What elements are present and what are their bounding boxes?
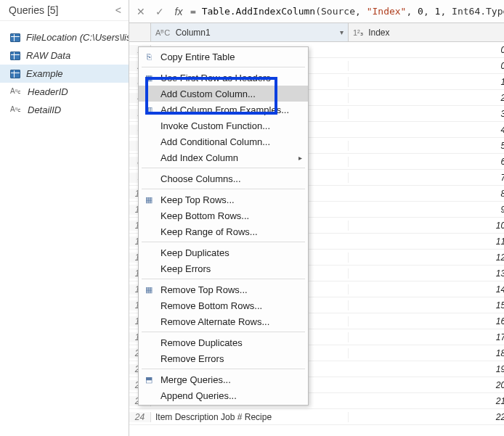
menu-separator [142,279,305,279]
cell-index[interactable]: 5 [349,141,504,151]
menu-item-label: Add Conditional Column... [160,136,270,147]
menu-item-choose-columns[interactable]: Choose Columns... [139,170,308,186]
menu-item-add-conditional-column[interactable]: Add Conditional Column... [139,133,308,149]
menu-separator [142,168,305,168]
queries-header: Queries [5] < [0,0,129,21]
cell-index[interactable]: 4 [349,125,504,135]
menu-item-label: Merge Queries... [160,374,231,385]
cell-index[interactable]: 6 [349,157,504,167]
menu-item-remove-errors[interactable]: Remove Errors [139,350,308,366]
cell-index[interactable]: 21 [349,396,504,406]
cell-index[interactable]: 18 [349,348,504,358]
fx-icon[interactable]: fx [171,6,186,17]
cell-index[interactable]: 2 [349,93,504,103]
column1-type-icon: AᴮC [155,28,170,37]
cell-index[interactable]: 0 [349,45,504,55]
table-icon [10,70,20,78]
query-item-label: HeaderID [28,86,68,97]
table-icon [10,33,20,42]
menu-item-label: Remove Duplicates [160,337,243,348]
menu-item-use-first-row-headers[interactable]: ▦Use First Row as Headers [139,70,308,86]
menu-item-add-index-column[interactable]: Add Index Column▸ [139,149,308,165]
menu-item-label: Keep Bottom Rows... [160,210,249,221]
abc-icon [10,105,22,115]
query-item-0[interactable]: FileLocation (C:\Users\lisde... [0,28,129,46]
query-item-3[interactable]: HeaderID [0,83,129,101]
formula-bar: ✕ ✓ fx = Table.AddIndexColumn(Source, "I… [129,0,504,23]
column-headers: AᴮC Column1 ▾ 1²₃ Index ▾ [129,23,504,42]
table-icon [10,52,20,60]
column-header-index[interactable]: 1²₃ Index ▾ [349,23,504,41]
menu-separator [142,369,305,369]
cell-index[interactable]: 14 [349,284,504,295]
menu-item-invoke-custom-function[interactable]: Invoke Custom Function... [139,118,308,133]
menu-item-merge-queries[interactable]: ⬒Merge Queries... [139,371,308,387]
query-item-label: RAW Data [26,50,70,61]
use-first-row-headers-icon: ▦ [143,72,155,83]
column1-name: Column1 [176,28,211,38]
abc-icon [10,87,22,97]
cell-index[interactable]: 22 [349,412,504,422]
queries-panel: Queries [5] < FileLocation (C:\Users\lis… [0,0,129,436]
query-item-4[interactable]: DetailID [0,101,129,119]
menu-item-append-queries[interactable]: Append Queries... [139,387,308,403]
cell-index[interactable]: 7 [349,173,504,183]
cell-index[interactable]: 12 [349,252,504,263]
menu-item-label: Use First Row as Headers [160,73,271,83]
keep-top-rows-icon: ▦ [143,194,155,205]
cell-index[interactable]: 8 [349,189,504,199]
submenu-arrow-icon: ▸ [298,154,302,162]
menu-item-remove-top-rows[interactable]: ▦Remove Top Rows... [139,281,308,297]
cell-index[interactable]: 11 [349,236,504,247]
query-item-label: Example [26,68,63,79]
merge-queries-icon: ⬒ [143,374,155,385]
formula-cancel-button[interactable]: ✕ [134,6,148,17]
context-menu: ⎘Copy Entire Table▦Use First Row as Head… [138,46,309,406]
cell-index[interactable]: 20 [349,380,504,390]
cell-index[interactable]: 0 [349,61,504,71]
cell-index[interactable]: 1 [349,77,504,87]
remove-top-rows-icon: ▦ [143,284,155,295]
menu-item-remove-bottom-rows[interactable]: Remove Bottom Rows... [139,297,308,313]
cell-index[interactable]: 16 [349,316,504,326]
menu-item-add-column-from-examples[interactable]: ▥Add Column From Examples... [139,102,308,118]
index-type-icon: 1²₃ [353,28,363,37]
query-item-2[interactable]: Example [0,65,129,83]
menu-item-label: Append Queries... [160,390,237,401]
index-name: Index [368,28,389,38]
cell-index[interactable]: 10 [349,221,504,231]
formula-confirm-button[interactable]: ✓ [153,6,167,17]
query-item-label: FileLocation (C:\Users\lisde... [26,32,129,43]
menu-item-label: Remove Errors [160,353,224,364]
cell-index[interactable]: 3 [349,109,504,119]
cell-index[interactable]: 13 [349,268,504,279]
cell-index[interactable]: 15 [349,300,504,310]
menu-separator [142,242,305,242]
cell-column1[interactable]: Item Description Job # Recipe [151,412,349,422]
menu-item-remove-duplicates[interactable]: Remove Duplicates [139,334,308,350]
menu-item-add-custom-column[interactable]: Add Custom Column... [139,86,308,102]
menu-item-remove-alternate-rows[interactable]: Remove Alternate Rows... [139,313,308,329]
menu-item-copy-entire-table[interactable]: ⎘Copy Entire Table [139,49,308,65]
cell-index[interactable]: 9 [349,205,504,215]
menu-item-keep-errors[interactable]: Keep Errors [139,260,308,276]
menu-item-label: Add Column From Examples... [160,104,289,115]
menu-item-keep-range-rows[interactable]: Keep Range of Rows... [139,223,308,239]
row-number-header[interactable] [129,23,151,41]
collapse-panel-icon[interactable]: < [115,4,121,16]
cell-index[interactable]: 17 [349,332,504,342]
query-item-1[interactable]: RAW Data [0,46,129,65]
table-row[interactable]: 24Item Description Job # Recipe22 [129,409,504,425]
add-column-from-examples-icon: ▥ [143,104,155,115]
menu-item-label: Add Index Column [160,152,238,163]
formula-input[interactable]: = Table.AddIndexColumn(Source, "Index", … [190,6,504,17]
menu-item-keep-top-rows[interactable]: ▦Keep Top Rows... [139,192,308,207]
column1-filter-icon[interactable]: ▾ [340,28,344,36]
query-item-label: DetailID [28,104,61,115]
cell-index[interactable]: 19 [349,364,504,374]
menu-item-keep-bottom-rows[interactable]: Keep Bottom Rows... [139,207,308,223]
menu-item-keep-duplicates[interactable]: Keep Duplicates [139,244,308,260]
row-number: 24 [129,412,151,422]
column-header-column1[interactable]: AᴮC Column1 ▾ [151,23,349,41]
queries-list: FileLocation (C:\Users\lisde...RAW DataE… [0,21,129,119]
